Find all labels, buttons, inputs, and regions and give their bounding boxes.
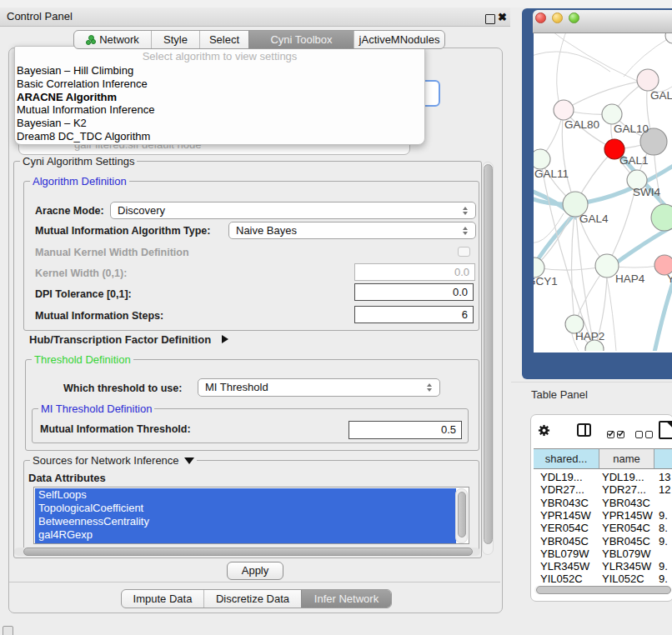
table-cell: YBL079W [602,548,651,560]
table-row[interactable]: YBR043CYBR043C [534,497,672,509]
network-node-label: GAL4 [579,212,609,225]
table-row[interactable]: YDR27...YDR27...12 [534,483,672,496]
table-row[interactable]: YBR045CYBR045C9. [534,535,672,548]
network-node[interactable] [534,149,550,169]
network-node[interactable] [637,69,659,91]
manual-kernel-label: Manual Kernel Width Definition [35,247,189,258]
network-node[interactable] [554,100,574,120]
tab-impute-data[interactable]: Impute Data [122,590,203,608]
network-node-label: GAL80 [564,118,599,131]
hub-definition-toggle[interactable]: Hub/Transcription Factor Definition [29,333,228,346]
table-cell: YPR145W [540,509,591,522]
table-row[interactable]: YDL19...YDL19...13 [534,471,672,483]
table-header-row: shared... name [534,448,672,469]
table-cell: 9. [659,572,668,585]
column-header-shared[interactable]: shared... [534,448,599,469]
network-edge [607,278,617,351]
table-row[interactable]: YLR345WYLR345W9. [534,560,672,572]
settings-h-scrollbar[interactable] [14,548,480,556]
gear-icon[interactable] [538,424,550,437]
minimize-traffic-light[interactable] [552,12,563,23]
page-icon[interactable] [659,421,672,439]
sources-title-row[interactable]: Sources for Network Inference [30,454,197,467]
list-item[interactable]: gal4RGexp [35,528,456,542]
list-scrollbar[interactable] [455,488,468,543]
tab-infer-network[interactable]: Infer Network [301,590,391,608]
network-edge [571,204,575,324]
table-panel-divider [511,382,672,382]
network-node-label: SWI4 [633,186,660,198]
spinner-icon [463,227,469,235]
dpi-tolerance-field[interactable]: 0.0 [354,283,474,301]
settings-v-scrollbar[interactable] [482,162,494,555]
mi-steps-label: Mutual Information Steps: [35,310,163,322]
control-panel-tabs: Network Style Select Cyni Toolbox jActiv… [73,30,445,49]
bottom-divider [9,582,500,582]
deselect-all-columns-icon[interactable] [635,427,653,442]
table-cell: 9. [659,509,668,522]
table-panel-title: Table Panel [531,388,588,401]
columns-icon[interactable] [577,423,591,437]
table-row[interactable]: YIL052CYIL052C9. [534,572,672,585]
zoom-traffic-light[interactable] [569,12,579,23]
table-cell: 9. [659,535,668,548]
dropdown-item[interactable]: Dream8 DC_TDC Algorithm [15,130,424,143]
kernel-width-field[interactable]: 0.0 [354,263,475,281]
tab-network[interactable]: Network [74,31,151,48]
close-traffic-light[interactable] [535,12,546,23]
which-threshold-label: Which threshold to use: [63,382,182,394]
which-threshold-combo[interactable]: MI Threshold [198,378,440,397]
close-icon[interactable]: ✖ [498,11,507,23]
tab-style[interactable]: Style [151,31,199,48]
table-row[interactable]: YBL079WYBL079W [534,548,672,560]
table-cell: YIL052C [602,572,644,585]
list-item[interactable]: TopologicalCoefficient [35,502,456,515]
tab-select[interactable]: Select [199,31,248,48]
table-cell: YER054C [540,522,589,534]
tab-discretize-data[interactable]: Discretize Data [203,590,301,608]
list-item[interactable]: SelfLoops [35,488,456,502]
table-cell: YBL079W [540,548,589,560]
manual-kernel-checkbox[interactable] [458,247,470,257]
mi-algorithm-type-combo[interactable]: Naive Bayes [228,222,476,239]
network-node[interactable] [602,104,622,124]
dropdown-item-selected[interactable]: ARACNE Algorithm [15,91,424,104]
column-header-3[interactable] [654,448,672,469]
corner-widget[interactable] [3,626,13,635]
column-header-name[interactable]: name [599,448,654,469]
mi-threshold-title: MI Threshold Definition [38,402,154,415]
network-node[interactable] [651,204,672,231]
table-cell: YDR27... [602,483,646,496]
data-attributes-list[interactable]: SelfLoops TopologicalCoefficient Between… [33,487,469,544]
select-all-columns-icon[interactable] [607,427,624,442]
list-item[interactable]: BetweennessCentrality [35,515,456,528]
dropdown-item[interactable]: Basic Correlation Inference [15,78,424,91]
apply-button[interactable]: Apply [227,562,283,580]
network-edge [557,33,569,101]
table-h-scrollbar[interactable] [534,586,671,594]
table-cell: YBR043C [602,497,650,509]
tab-cyni-toolbox[interactable]: Cyni Toolbox [248,31,354,48]
table-cell: 13 [659,471,670,483]
spinner-icon [427,383,433,392]
table-row[interactable]: YPR145WYPR145W9. [534,509,672,522]
dropdown-item[interactable]: Bayesian – Hill Climbing [15,64,424,78]
network-canvas[interactable]: GALGAL80GAL10GAL1GAL11SWI4GAL4GCY1HAP4YH… [534,33,672,352]
network-node[interactable] [665,33,672,43]
table-cell: YDR27... [540,483,584,496]
network-node-label: HAP2 [575,330,604,342]
aracne-mode-label: Aracne Mode: [35,205,104,217]
table-cell: YLR345W [540,560,589,572]
aracne-mode-combo[interactable]: Discovery [110,202,476,219]
cyni-algorithm-settings-title: Cyni Algorithm Settings [20,155,137,168]
tab-jactivemnodules[interactable]: jActiveMNodules [354,31,444,48]
dropdown-item[interactable]: Mutual Information Inference [15,103,424,117]
dropdown-item[interactable]: Bayesian – K2 [15,117,424,130]
table-row[interactable]: YER054CYER054C8. [534,522,672,534]
network-node-label: GAL11 [534,168,569,180]
minimize-icon[interactable] [485,14,495,24]
mi-threshold-field[interactable]: 0.5 [349,421,462,439]
network-node-label: HAP4 [615,272,645,285]
mi-steps-field[interactable]: 6 [354,306,474,323]
control-panel-title: Control Panel [7,10,73,22]
